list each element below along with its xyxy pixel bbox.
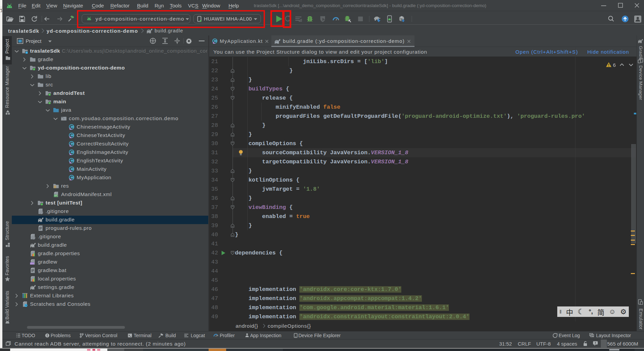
svg-text:MF: MF — [54, 194, 57, 197]
svg-text:6: 6 — [613, 62, 616, 68]
svg-text:C++: C++ — [30, 263, 34, 265]
